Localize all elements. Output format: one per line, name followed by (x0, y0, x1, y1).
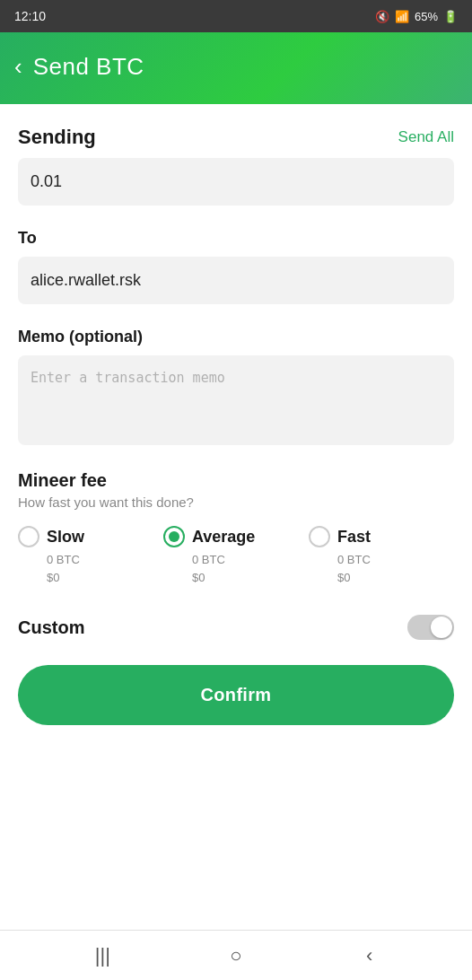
fee-average-btc: 0 BTC$0 (192, 551, 225, 586)
nav-menu-icon[interactable]: ||| (84, 938, 120, 974)
custom-row: Custom (18, 608, 454, 640)
back-button[interactable]: ‹ (14, 55, 22, 78)
status-time: 12:10 (14, 9, 46, 23)
status-bar: 12:10 🔇 📶 65% 🔋 (0, 0, 472, 32)
header: ‹ Send BTC (0, 32, 472, 104)
page-title: Send BTC (33, 53, 144, 81)
miner-fee-subtitle: How fast you want this done? (18, 494, 454, 510)
custom-toggle[interactable] (407, 615, 454, 640)
memo-label: Memo (optional) (18, 328, 454, 346)
wifi-icon: 📶 (395, 10, 409, 23)
radio-fast[interactable] (309, 526, 330, 547)
toggle-thumb (431, 617, 452, 638)
mute-icon: 🔇 (375, 10, 389, 23)
sending-label: Sending (18, 126, 96, 149)
fee-option-average[interactable]: Average 0 BTC$0 (163, 526, 309, 586)
battery-icon: 🔋 (443, 10, 458, 23)
radio-average[interactable] (163, 526, 185, 547)
fee-options: Slow 0 BTC$0 Average 0 BTC$0 Fast 0 BTC$… (18, 526, 454, 586)
custom-label: Custom (18, 617, 84, 638)
fee-slow-label: Slow (47, 528, 84, 547)
to-address-input[interactable] (18, 257, 454, 304)
to-label: To (18, 229, 454, 248)
memo-input[interactable] (18, 355, 454, 445)
radio-average-fill (169, 531, 179, 542)
confirm-button[interactable]: Confirm (18, 665, 454, 725)
sending-row: Sending Send All (18, 126, 454, 149)
fee-option-slow[interactable]: Slow 0 BTC$0 (18, 526, 163, 586)
fee-slow-btc: 0 BTC$0 (47, 551, 80, 586)
fee-fast-btc: 0 BTC$0 (337, 551, 371, 586)
fee-option-fast[interactable]: Fast 0 BTC$0 (309, 526, 454, 586)
fee-average-label: Average (192, 528, 255, 547)
radio-slow[interactable] (18, 526, 39, 547)
nav-back-icon[interactable]: ‹ (352, 938, 388, 974)
battery-level: 65% (415, 10, 438, 23)
main-content: Sending Send All To Memo (optional) Mine… (0, 104, 472, 930)
miner-fee-label: Mineer fee (18, 470, 454, 491)
send-all-button[interactable]: Send All (398, 128, 454, 146)
amount-input[interactable] (18, 158, 454, 206)
nav-bar: ||| ○ ‹ (0, 930, 472, 980)
nav-home-icon[interactable]: ○ (218, 938, 254, 974)
fee-fast-label: Fast (337, 528, 371, 547)
